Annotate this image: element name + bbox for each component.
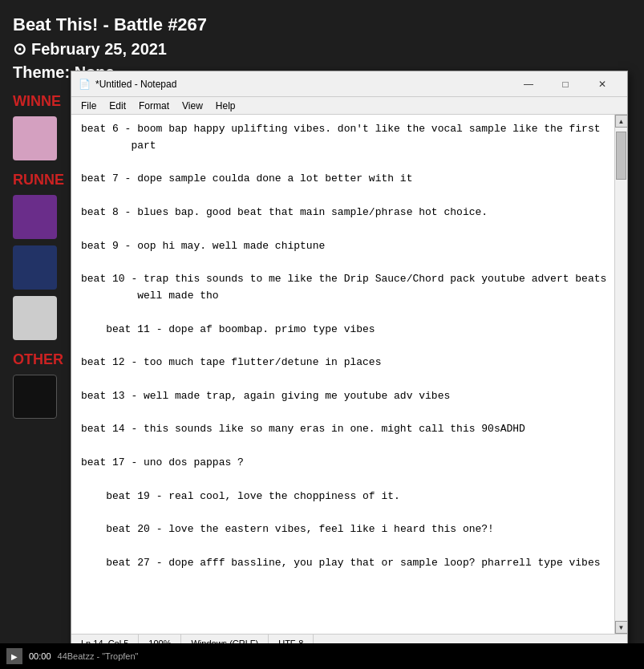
menu-help[interactable]: Help xyxy=(209,99,242,113)
maximize-button[interactable]: □ xyxy=(547,71,584,97)
scroll-down-arrow[interactable]: ▼ xyxy=(615,621,628,634)
menu-view[interactable]: View xyxy=(176,99,209,113)
scroll-thumb[interactable] xyxy=(616,132,626,180)
scroll-track[interactable] xyxy=(615,128,627,621)
notepad-icon: 📄 xyxy=(78,78,91,91)
clock-icon: ⊙ xyxy=(13,38,26,60)
battle-date: ⊙ February 25, 2021 xyxy=(13,38,631,60)
runner-avatar-1 xyxy=(13,195,57,239)
title-bar-text: *Untitled - Notepad xyxy=(95,79,510,90)
text-area[interactable]: beat 6 - boom bap happy uplifting vibes.… xyxy=(71,115,627,634)
menu-bar: File Edit Format View Help xyxy=(71,97,627,115)
time-display: 00:00 xyxy=(29,651,51,661)
notepad-window: 📄 *Untitled - Notepad — □ ✕ File Edit Fo… xyxy=(71,71,628,652)
scroll-up-arrow[interactable]: ▲ xyxy=(615,115,628,128)
bottom-bar: ▶ 00:00 44Beatzz - "Tropfen" xyxy=(0,643,644,669)
window-controls: — □ ✕ xyxy=(510,71,621,97)
winner-avatar-1 xyxy=(13,116,57,160)
menu-edit[interactable]: Edit xyxy=(103,99,132,113)
text-content: beat 6 - boom bap happy uplifting vibes.… xyxy=(71,115,627,578)
menu-file[interactable]: File xyxy=(75,99,103,113)
runner-avatar-3 xyxy=(13,296,57,340)
play-button[interactable]: ▶ xyxy=(6,648,22,664)
current-track: 44Beatzz - "Tropfen" xyxy=(58,651,139,661)
menu-format[interactable]: Format xyxy=(132,99,176,113)
close-button[interactable]: ✕ xyxy=(584,71,621,97)
minimize-button[interactable]: — xyxy=(510,71,547,97)
battle-title: Beat This! - Battle #267 xyxy=(13,13,631,38)
other-avatar-1 xyxy=(13,375,57,419)
title-bar: 📄 *Untitled - Notepad — □ ✕ xyxy=(71,71,627,97)
scrollbar[interactable]: ▲ ▼ xyxy=(614,115,627,634)
runner-avatar-2 xyxy=(13,245,57,290)
